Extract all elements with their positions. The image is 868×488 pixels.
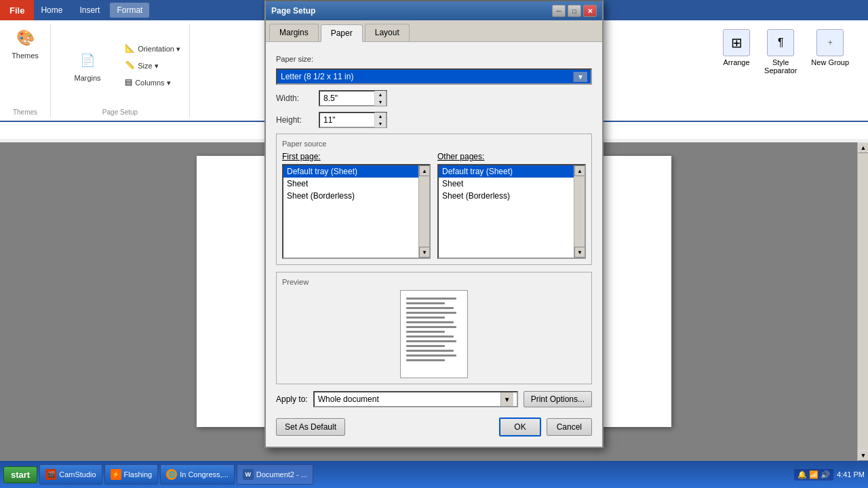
- other-pages-col: Other pages: Default tray (Sheet) Sheet …: [437, 152, 586, 259]
- close-button[interactable]: ✕: [583, 5, 597, 17]
- width-input[interactable]: [320, 92, 374, 104]
- height-up-button[interactable]: ▲: [375, 113, 386, 120]
- preview-line-12: [406, 350, 454, 352]
- start-button[interactable]: start: [3, 466, 37, 483]
- scroll-track[interactable]: [858, 153, 868, 450]
- other-pages-scroll-up[interactable]: ▲: [574, 165, 585, 176]
- themes-button[interactable]: 🎨 Themes: [7, 24, 43, 106]
- arrange-label: Arrange: [723, 58, 749, 66]
- size-label: Size ▾: [138, 62, 158, 70]
- dialog-title-buttons: ─ □ ✕: [552, 5, 597, 17]
- tab-margins[interactable]: Margins: [269, 24, 319, 41]
- first-page-scroll-up[interactable]: ▲: [419, 165, 430, 176]
- apply-to-label: Apply to:: [276, 394, 308, 404]
- other-pages-scrollbar[interactable]: ▲ ▼: [574, 165, 585, 258]
- margins-label: Margins: [75, 74, 101, 82]
- maximize-button[interactable]: □: [568, 5, 581, 17]
- camstudio-icon: 🎬: [45, 469, 56, 480]
- arrange-button[interactable]: ⊞ Arrange: [721, 27, 752, 114]
- tab-layout[interactable]: Layout: [365, 24, 410, 41]
- style-separator-label: StyleSeparator: [764, 58, 797, 75]
- taskbar-word[interactable]: W Document2 - ...: [237, 464, 313, 485]
- width-spinner[interactable]: ▲ ▼: [319, 90, 387, 106]
- file-menu-button[interactable]: File: [0, 0, 34, 20]
- themes-label: Themes: [12, 52, 39, 60]
- apply-to-select[interactable]: Whole document ▼: [313, 391, 518, 407]
- first-page-scrollbar[interactable]: ▲ ▼: [418, 165, 429, 258]
- preview-line-6: [406, 321, 454, 323]
- browser-label: In Congress,...: [180, 470, 229, 479]
- apply-to-dropdown-button[interactable]: ▼: [500, 392, 513, 406]
- preview-line-5: [406, 317, 445, 319]
- page-setup-group-label: Page Setup: [58, 106, 182, 117]
- paper-size-arrow[interactable]: ▼: [573, 72, 587, 82]
- taskbar-time: 4:41 PM: [837, 470, 865, 479]
- taskbar-right: 🔔 📶 🔊 4:41 PM: [794, 469, 865, 481]
- preview-line-10: [406, 340, 456, 342]
- width-up-button[interactable]: ▲: [375, 91, 386, 98]
- menu-home[interactable]: Home: [34, 3, 69, 18]
- other-pages-listbox[interactable]: Default tray (Sheet) Sheet Sheet (Border…: [437, 164, 586, 259]
- columns-label: Columns ▾: [135, 79, 170, 87]
- first-page-item-2[interactable]: Sheet (Borderless): [283, 190, 429, 202]
- height-input[interactable]: [320, 114, 374, 126]
- paper-size-value: Letter (8 1/2 x 11 in): [281, 72, 353, 81]
- width-spinner-btns: ▲ ▼: [374, 91, 386, 106]
- margins-button[interactable]: 📄 Margins: [58, 46, 117, 84]
- scroll-down-button[interactable]: ▼: [858, 450, 868, 461]
- width-down-button[interactable]: ▼: [375, 98, 386, 106]
- paper-source-section: Paper source First page: Default tray (S…: [276, 134, 592, 265]
- menu-format[interactable]: Format: [110, 3, 149, 18]
- paper-size-select[interactable]: Letter (8 1/2 x 11 in) ▼: [276, 68, 592, 85]
- height-down-button[interactable]: ▼: [375, 120, 386, 127]
- dialog-buttons: Set As Default OK Cancel: [276, 414, 592, 436]
- height-spinner[interactable]: ▲ ▼: [319, 112, 387, 128]
- style-separator-icon: ¶: [767, 29, 794, 56]
- scroll-up-button[interactable]: ▲: [858, 142, 868, 153]
- preview-label: Preview: [282, 278, 586, 286]
- ok-button[interactable]: OK: [499, 418, 540, 436]
- first-page-scroll-down[interactable]: ▼: [419, 247, 430, 258]
- first-page-item-0[interactable]: Default tray (Sheet): [283, 165, 429, 178]
- taskbar-flashing[interactable]: ⚡ Flashing: [104, 464, 159, 485]
- paper-source-label: Paper source: [282, 140, 586, 148]
- orientation-button[interactable]: 📐 Orientation ▾: [123, 41, 182, 56]
- columns-button[interactable]: ▤ Columns ▾: [123, 75, 182, 89]
- taskbar-browser[interactable]: 🌐 In Congress,...: [160, 464, 235, 485]
- minimize-button[interactable]: ─: [552, 5, 566, 17]
- cancel-button[interactable]: Cancel: [547, 418, 592, 436]
- arrange-icon: ⊞: [723, 29, 750, 56]
- size-button[interactable]: 📏 Size ▾: [123, 58, 182, 73]
- dialog-titlebar: Page Setup ─ □ ✕: [266, 1, 602, 20]
- first-page-item-1[interactable]: Sheet: [283, 178, 429, 190]
- width-label: Width:: [276, 94, 313, 103]
- preview-section: Preview: [276, 272, 592, 384]
- other-pages-item-0[interactable]: Default tray (Sheet): [439, 165, 585, 178]
- preview-line-3: [406, 307, 454, 309]
- menu-insert[interactable]: Insert: [73, 3, 106, 18]
- print-options-button[interactable]: Print Options...: [524, 391, 592, 407]
- tab-paper[interactable]: Paper: [321, 24, 363, 42]
- taskbar-camstudio[interactable]: 🎬 CamStudio: [39, 464, 102, 485]
- first-page-listbox[interactable]: Default tray (Sheet) Sheet Sheet (Border…: [282, 164, 431, 259]
- preview-line-11: [406, 345, 445, 347]
- other-pages-scroll-down[interactable]: ▼: [574, 247, 585, 258]
- style-separator-button[interactable]: ¶ StyleSeparator: [762, 27, 799, 114]
- themes-group: 🎨 Themes Themes: [3, 24, 51, 117]
- other-pages-item-1[interactable]: Sheet: [439, 178, 585, 190]
- vertical-scrollbar[interactable]: ▲ ▼: [857, 142, 868, 461]
- sys-tray-icons: 🔔 📶 🔊: [797, 470, 830, 479]
- other-pages-scroll-track: [574, 176, 585, 247]
- preview-line-7: [406, 326, 456, 328]
- sys-tray: 🔔 📶 🔊: [794, 469, 833, 481]
- size-icon: 📏: [125, 60, 135, 70]
- margins-icon: 📄: [75, 48, 100, 73]
- set-as-default-button[interactable]: Set As Default: [276, 418, 345, 436]
- other-pages-item-2[interactable]: Sheet (Borderless): [439, 190, 585, 202]
- preview-line-9: [406, 336, 454, 338]
- orientation-icon: 📐: [125, 43, 135, 53]
- preview-line-8: [406, 331, 445, 333]
- new-group-button[interactable]: + New Group: [809, 27, 851, 114]
- height-label: Height:: [276, 115, 313, 125]
- new-group-label: New Group: [811, 58, 849, 66]
